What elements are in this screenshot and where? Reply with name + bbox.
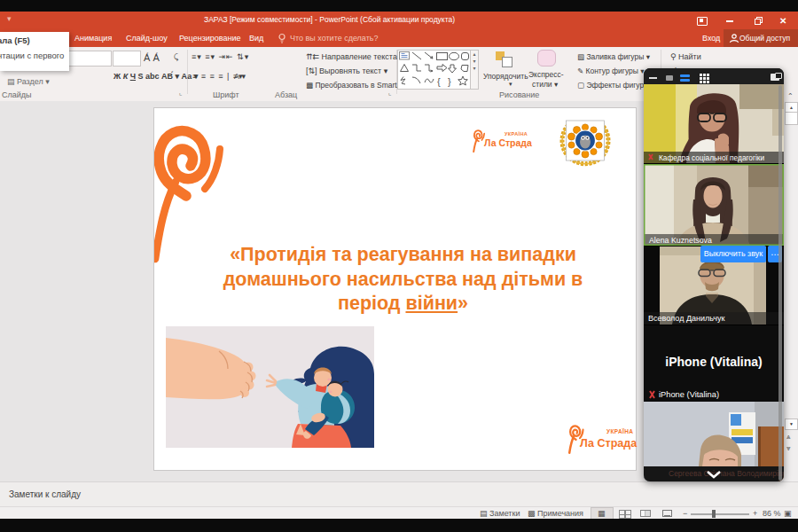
svg-text:Всеволод Данильчук: Всеволод Данильчук <box>648 314 725 323</box>
svg-text:Ла Страда: Ла Страда <box>580 437 638 450</box>
svg-text:{: { <box>437 76 441 87</box>
svg-text:Кафедра соціальної педагогіки: Кафедра соціальної педагогіки <box>659 153 764 162</box>
svg-text:Ла Страда: Ла Страда <box>484 137 532 148</box>
svg-text:Alena Kuznetsova: Alena Kuznetsova <box>649 236 712 245</box>
svg-text:УКРАЇНА: УКРАЇНА <box>505 131 528 137</box>
svg-text:УКРАЇНА: УКРАЇНА <box>606 428 633 434</box>
svg-text:Сергеева Світлана Володимирівн: Сергеева Світлана Володимирівна <box>669 469 784 478</box>
svg-text:}: } <box>448 76 451 87</box>
